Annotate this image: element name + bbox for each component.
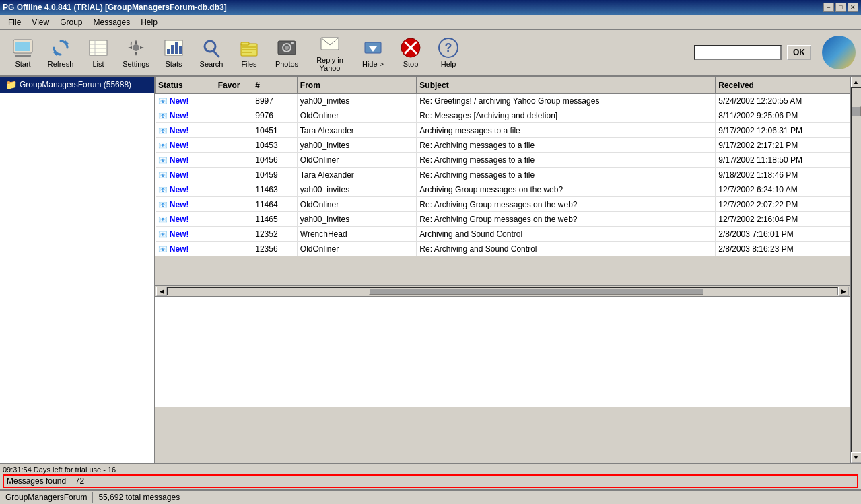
stats-button[interactable]: Stats [156,33,191,72]
table-row[interactable]: 📧 New! 9976 OldOnliner Re: Messages [Arc… [156,108,850,123]
help-label: Help [441,60,456,68]
col-header-num[interactable]: # [252,77,298,94]
menu-messages[interactable]: Messages [88,16,136,28]
cell-favor [215,182,252,197]
search-input[interactable] [694,45,782,60]
settings-label: Settings [123,60,149,68]
svg-rect-22 [242,52,252,53]
col-header-received[interactable]: Received [716,77,850,94]
cell-from: OldOnliner [297,153,417,168]
hide-button[interactable]: Hide > [355,33,390,72]
svg-text:?: ? [445,41,452,55]
cell-received: 12/7/2002 2:07:22 PM [716,197,850,212]
cell-subject: Re: Archiving messages to a file [417,168,716,182]
refresh-button[interactable]: Refresh [43,33,78,72]
message-table-container[interactable]: Status Favor # From Subject Received 📧 N… [155,77,850,285]
files-button[interactable]: Files [232,33,267,72]
h-scroll-left-button[interactable]: ◀ [156,287,167,296]
status-new-label: New! [170,126,189,135]
cell-status: 📧 New! [156,212,215,227]
table-row[interactable]: 📧 New! 10456 OldOnliner Re: Archiving me… [156,153,850,168]
table-row[interactable]: 📧 New! 12356 OldOnliner Re: Archiving an… [156,242,850,256]
files-label: Files [241,60,256,68]
table-row[interactable]: 📧 New! 8997 yah00_invites Re: Greetings!… [156,94,850,108]
v-scroll-thumb[interactable] [852,106,861,116]
search-label: Search [200,60,223,68]
col-header-from[interactable]: From [297,77,417,94]
list-label: List [92,60,104,68]
table-row[interactable]: 📧 New! 10453 yah00_invites Re: Archiving… [156,138,850,153]
svg-rect-15 [179,46,182,54]
cell-num: 10459 [252,168,298,182]
settings-button[interactable]: Settings [118,33,153,72]
photos-label: Photos [275,60,298,68]
svg-rect-2 [15,55,31,57]
table-row[interactable]: 📧 New! 12352 WrenchHead Archiving and So… [156,227,850,242]
table-row[interactable]: 📧 New! 11463 yah00_invites Archiving Gro… [156,182,850,197]
h-scroll-thumb[interactable] [369,288,704,295]
cell-subject: Archiving messages to a file [417,123,716,138]
sidebar-item-group[interactable]: 📁 GroupManagersForum (55688) [0,77,154,93]
cell-favor [215,227,252,242]
h-scroll-right-button[interactable]: ▶ [838,287,849,296]
col-header-status[interactable]: Status [156,77,215,94]
stop-button[interactable]: Stop [393,33,428,72]
v-scroll-up-button[interactable]: ▲ [851,77,862,87]
svg-rect-5 [90,40,107,55]
photos-button[interactable]: Photos [269,33,304,72]
svg-rect-19 [241,42,249,45]
list-button[interactable]: List [81,33,116,72]
table-row[interactable]: 📧 New! 10451 Tara Alexander Archiving me… [156,123,850,138]
cell-status: 📧 New! [156,182,215,197]
h-scroll-track[interactable] [167,287,838,295]
cell-from: OldOnliner [297,108,417,123]
menu-group[interactable]: Group [55,16,88,28]
search-button[interactable]: Search [194,33,229,72]
cell-status: 📧 New! [156,168,215,182]
reply-icon [319,33,341,55]
bottom-bar: GroupManagersForum 55,692 total messages [0,489,861,504]
ok-button[interactable]: OK [787,45,811,60]
cell-from: WrenchHead [297,227,417,242]
minimize-button[interactable]: − [823,3,834,12]
svg-point-10 [133,44,139,51]
col-header-favor[interactable]: Favor [215,77,252,94]
status-new-label: New! [170,229,189,239]
group-name: GroupManagersForum [5,493,87,502]
cell-status: 📧 New! [156,197,215,212]
table-row[interactable]: 📧 New! 11464 OldOnliner Re: Archiving Gr… [156,197,850,212]
menu-view[interactable]: View [26,16,55,28]
v-scroll-track[interactable] [851,87,862,452]
title-bar: PG Offline 4.0.841 (TRIAL) [GroupManager… [0,0,861,15]
col-header-subject[interactable]: Subject [417,77,716,94]
table-row[interactable]: 📧 New! 10459 Tara Alexander Re: Archivin… [156,168,850,182]
cell-subject: Re: Greetings! / archiving Yahoo Group m… [417,94,716,108]
cell-received: 2/8/2003 7:16:01 PM [716,227,850,242]
cell-received: 12/7/2002 6:24:10 AM [716,182,850,197]
v-scroll-down-button[interactable]: ▼ [851,452,862,463]
start-button[interactable]: Start [5,33,40,72]
reply-button[interactable]: Reply in Yahoo [307,33,353,72]
stop-icon [400,37,421,59]
main-content: 📁 GroupManagersForum (55688) Status Favo… [0,77,861,463]
cell-received: 12/7/2002 2:16:04 PM [716,212,850,227]
messages-found: Messages found = 72 [3,474,858,488]
table-row[interactable]: 📧 New! 11465 yah00_invites Re: Archiving… [156,212,850,227]
folder-icon: 📁 [5,79,17,90]
cell-received: 9/17/2002 12:06:31 PM [716,123,850,138]
cell-favor [215,123,252,138]
cell-num: 10451 [252,123,298,138]
sidebar-item-label: GroupManagersForum (55688) [20,80,131,89]
cell-favor [215,153,252,168]
close-button[interactable]: ✕ [848,3,858,12]
svg-rect-1 [15,42,30,51]
maximize-button[interactable]: □ [835,3,846,12]
cell-from: yah00_invites [297,94,417,108]
help-button[interactable]: ? Help [431,33,466,72]
message-table: Status Favor # From Subject Received 📧 N… [155,77,850,256]
menu-file[interactable]: File [3,16,26,28]
cell-favor [215,197,252,212]
cell-num: 8997 [252,94,298,108]
menu-help[interactable]: Help [135,16,163,28]
svg-rect-12 [167,49,170,54]
